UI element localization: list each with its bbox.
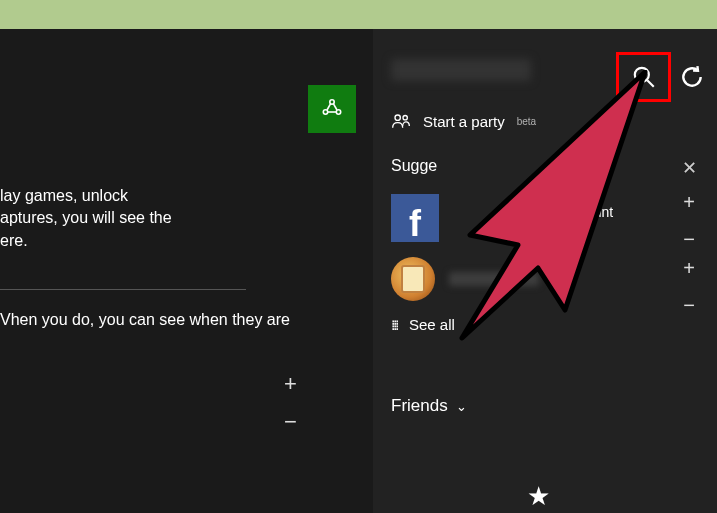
svg-point-9 (403, 116, 407, 120)
svg-point-6 (634, 68, 648, 82)
add-remove-controls-left: + − (284, 371, 297, 435)
plus-icon[interactable]: + (284, 371, 297, 397)
svg-point-1 (323, 110, 327, 114)
link-facebook-suggestion[interactable]: f xxxxxxxxxxxxxxxxxccount xxxxxxxxxxxceb… (391, 194, 613, 242)
svg-point-0 (330, 100, 334, 104)
party-icon (391, 112, 411, 130)
activity-panel: lay games, unlock aptures, you will see … (0, 29, 373, 513)
gamertag-redacted (391, 59, 531, 81)
minus-icon[interactable]: − (683, 294, 695, 317)
divider (0, 289, 246, 290)
suggested-name-redacted (449, 272, 539, 286)
favorite-star-icon[interactable]: ★ (527, 481, 550, 512)
friends-hint-text: Vhen you do, you can see when they are (0, 311, 290, 329)
suggestions-header: Sugge (391, 157, 437, 175)
minus-icon[interactable]: − (683, 228, 695, 251)
see-all-button[interactable]: ⁞⁞⁞ See all (391, 316, 455, 333)
plus-icon[interactable]: + (683, 191, 695, 214)
plus-icon[interactable]: + (683, 257, 695, 280)
activity-description: lay games, unlock aptures, you will see … (0, 185, 172, 252)
svg-line-7 (647, 80, 654, 87)
start-party-label: Start a party (423, 113, 505, 130)
refresh-icon[interactable] (679, 64, 705, 90)
svg-line-4 (334, 104, 338, 110)
start-party-button[interactable]: Start a party beta (391, 112, 536, 130)
svg-point-2 (336, 110, 340, 114)
suggested-friend-item[interactable] (391, 257, 539, 301)
chevron-down-icon: ⌄ (456, 399, 467, 414)
share-button[interactable] (308, 85, 356, 133)
svg-line-3 (327, 104, 331, 110)
facebook-link-label: xxxxxxxxxxxxxxxxxccount (453, 204, 613, 220)
minus-icon[interactable]: − (284, 409, 297, 435)
close-suggestions-button[interactable]: ✕ (682, 157, 697, 179)
search-button-highlight (616, 52, 671, 102)
grid-icon: ⁞⁞⁞ (391, 317, 397, 333)
xbox-app-window: lay games, unlock aptures, you will see … (0, 29, 717, 513)
share-icon (320, 97, 344, 121)
avatar (391, 257, 435, 301)
friends-section-header[interactable]: Friends ⌄ (391, 396, 467, 416)
facebook-link-sublabel: xxxxxxxxxxxceb iends (453, 220, 613, 232)
friends-panel: Start a party beta Sugge ✕ f xxxxxxxxxxx… (373, 29, 717, 513)
see-all-label: See all (409, 316, 455, 333)
friends-label: Friends (391, 396, 448, 416)
facebook-icon: f (391, 194, 439, 242)
svg-point-8 (395, 115, 400, 120)
beta-badge: beta (517, 116, 536, 127)
search-icon[interactable] (631, 64, 657, 90)
